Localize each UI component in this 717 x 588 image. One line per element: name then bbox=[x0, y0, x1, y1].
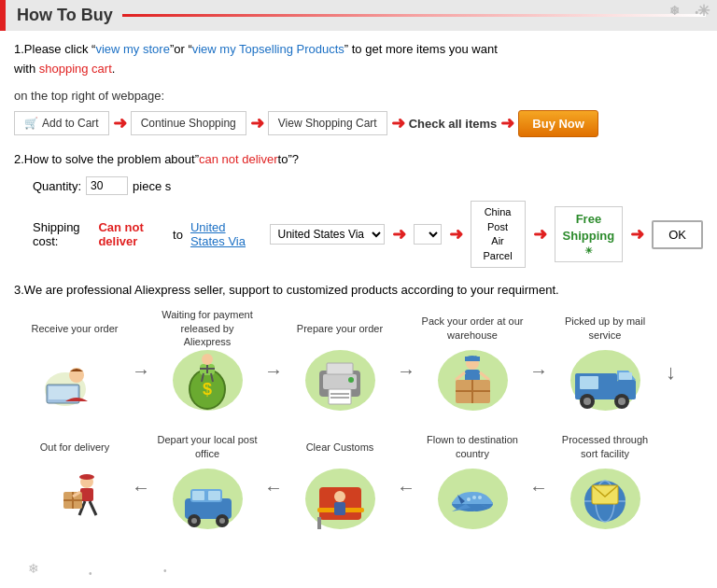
buy-now-label: Buy Now bbox=[532, 117, 584, 131]
arrow-5b-4b: → bbox=[529, 479, 548, 500]
svg-rect-22 bbox=[465, 357, 480, 361]
arrow3: ➜ bbox=[391, 113, 405, 133]
prepare-order-icon bbox=[302, 345, 377, 415]
to-label: to bbox=[173, 228, 183, 242]
arrow2: ➜ bbox=[250, 113, 264, 133]
arrow-row-down: ↓ bbox=[666, 360, 676, 385]
cannot-deliver-text: can not deliver bbox=[199, 152, 278, 166]
picked-up-label: Picked up by mail service bbox=[554, 315, 656, 342]
customs-icon bbox=[302, 464, 377, 534]
flown-icon bbox=[435, 464, 510, 534]
process-depart: Depart your local post office bbox=[156, 434, 259, 534]
step1-line2-suffix: . bbox=[112, 62, 116, 76]
location-select[interactable]: United States Via bbox=[270, 224, 385, 245]
step1-suffix: ” to get more items you want bbox=[344, 42, 498, 56]
receive-order-label: Receive your order bbox=[32, 315, 119, 342]
main-content: 1.Please click “view my store”or “view m… bbox=[0, 31, 717, 588]
arrow-3-4: → bbox=[397, 360, 415, 382]
step2-description: 2.How to solve the problem about”can not… bbox=[14, 150, 703, 170]
sort-facility-label: Processed through sort facility bbox=[554, 434, 656, 460]
svg-rect-18 bbox=[330, 397, 349, 399]
process-delivery: Out for delivery bbox=[23, 434, 126, 534]
view-cart-label: View Shopping Cart bbox=[278, 117, 377, 130]
arrow4: ➜ bbox=[500, 113, 514, 133]
svg-rect-53 bbox=[192, 491, 204, 500]
svg-point-37 bbox=[618, 398, 626, 405]
svg-rect-33 bbox=[580, 376, 598, 389]
svg-point-19 bbox=[348, 377, 354, 383]
svg-point-8 bbox=[202, 354, 213, 365]
process-flown: Flown to destination country bbox=[421, 434, 524, 534]
deco-dot-bl2: • bbox=[163, 566, 167, 576]
view-store-link[interactable]: view my store bbox=[95, 42, 169, 56]
arrow-4-5: → bbox=[529, 360, 548, 382]
ok-label: OK bbox=[668, 228, 686, 242]
arrow-3b-2b: → bbox=[264, 479, 283, 500]
sort-facility-icon bbox=[568, 464, 642, 534]
arrow-2b-1b: → bbox=[132, 479, 150, 500]
cannot-deliver-label: Can not deliver bbox=[98, 220, 165, 248]
buy-now-button[interactable]: Buy Now bbox=[518, 110, 598, 137]
china-post-sub: Air Parcel bbox=[479, 234, 517, 263]
svg-text:$: $ bbox=[203, 380, 212, 399]
quantity-input[interactable] bbox=[86, 176, 128, 195]
svg-rect-15 bbox=[327, 363, 353, 374]
svg-point-58 bbox=[219, 518, 225, 524]
bottom-decorations: ❄ • • bbox=[14, 553, 703, 581]
view-shopping-cart-button[interactable]: View Shopping Cart bbox=[268, 111, 387, 135]
deco-gear: ✳ bbox=[697, 2, 710, 20]
shipping-row: Shipping cost: Can not deliver to United… bbox=[33, 201, 703, 268]
customs-label: Clear Customs bbox=[306, 434, 374, 460]
view-topselling-link[interactable]: view my Topselling Products bbox=[192, 42, 344, 56]
free-shipping-dot: ☀ bbox=[563, 245, 615, 258]
process-pack-order: Pack your order at our warehouse bbox=[421, 315, 524, 415]
arrow-4b-3b: → bbox=[397, 479, 415, 500]
svg-rect-50 bbox=[334, 502, 345, 515]
check-all-items-label: Check all items bbox=[409, 117, 498, 131]
add-to-cart-button[interactable]: 🛒 Add to Cart bbox=[14, 111, 109, 135]
header-title: How To Buy bbox=[17, 6, 113, 25]
delivery-icon bbox=[37, 464, 112, 534]
svg-rect-2 bbox=[49, 386, 77, 399]
svg-rect-54 bbox=[208, 491, 220, 500]
deco-snowflake: ❄ bbox=[669, 4, 680, 18]
deco-snowflake-bl: ❄ bbox=[28, 561, 39, 576]
continue-shopping-button[interactable]: Continue Shopping bbox=[131, 111, 246, 135]
svg-rect-32 bbox=[619, 372, 632, 380]
shopping-cart-link[interactable]: shopping cart bbox=[39, 62, 112, 76]
on-top-text: on the top right of webpage: bbox=[14, 89, 703, 103]
step2-prefix: 2.How to solve the problem about” bbox=[14, 152, 199, 166]
process-waiting-payment: Waiting for payment released by Aliexpre… bbox=[156, 315, 259, 415]
process-customs: Clear Customs bbox=[288, 434, 391, 534]
pack-order-icon bbox=[435, 345, 510, 415]
svg-line-25 bbox=[480, 372, 489, 380]
location-label: United States Via bbox=[190, 220, 262, 248]
continue-shopping-label: Continue Shopping bbox=[141, 117, 236, 130]
depart-label: Depart your local post office bbox=[156, 434, 259, 460]
svg-rect-61 bbox=[80, 488, 93, 501]
shipping-arrow1: ➜ bbox=[392, 224, 406, 245]
step1-prefix: 1.Please click “ bbox=[14, 42, 95, 56]
shipping-arrow4: ➜ bbox=[630, 224, 644, 245]
header-line bbox=[122, 14, 706, 17]
cart-icon: 🛒 bbox=[24, 117, 38, 130]
quantity-label: Quantity: bbox=[33, 179, 81, 193]
depart-icon bbox=[170, 464, 245, 534]
prepare-order-label: Prepare your order bbox=[297, 315, 383, 342]
flown-label: Flown to destination country bbox=[421, 434, 524, 460]
step1-mid: ”or “ bbox=[170, 42, 192, 56]
page-header: How To Buy ❄ • ✳ bbox=[0, 0, 717, 31]
svg-point-45 bbox=[478, 496, 482, 499]
step3-description: 3.We are professional Aliexpress seller,… bbox=[14, 281, 703, 301]
step1-description: 1.Please click “view my store”or “view m… bbox=[14, 40, 703, 79]
step1-line2-prefix: with bbox=[14, 62, 39, 76]
svg-point-56 bbox=[191, 518, 197, 524]
svg-point-60 bbox=[79, 474, 94, 480]
ok-button[interactable]: OK bbox=[652, 220, 703, 249]
arrow1: ➜ bbox=[113, 113, 127, 133]
shipping-method-select[interactable] bbox=[414, 224, 442, 245]
svg-line-63 bbox=[90, 501, 96, 515]
process-picked-up: Picked up by mail service bbox=[554, 315, 656, 415]
waiting-payment-label: Waiting for payment released by Aliexpre… bbox=[156, 315, 259, 342]
svg-point-35 bbox=[583, 398, 591, 405]
